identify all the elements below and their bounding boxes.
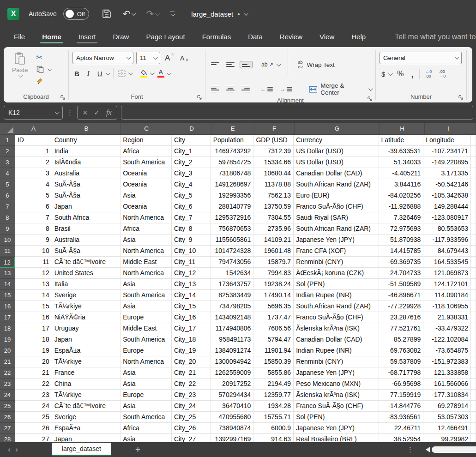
cell[interactable]: Africa: [121, 423, 172, 434]
menu-tab-home[interactable]: Home: [41, 29, 62, 45]
cell[interactable]: 124.172101: [423, 279, 471, 290]
align-center-button[interactable]: [224, 85, 236, 94]
row-header-20[interactable]: 20: [0, 345, 15, 356]
cell[interactable]: 570294434: [211, 390, 254, 401]
cell[interactable]: City_5: [172, 190, 211, 201]
cell[interactable]: 22.46711: [379, 423, 424, 434]
horizontal-scrollbar[interactable]: [426, 446, 476, 453]
cell[interactable]: Franco SuÃ-Ã§o (CHF): [294, 401, 379, 412]
cell[interactable]: 1384091274: [211, 345, 254, 356]
cell[interactable]: City_4: [172, 179, 211, 190]
cell[interactable]: 7: [15, 212, 52, 223]
cell[interactable]: -11.926888: [379, 201, 424, 212]
cell[interactable]: 10680.44: [253, 168, 294, 179]
cell[interactable]: 7304.55: [253, 212, 294, 223]
row-header-1[interactable]: 1: [0, 135, 15, 146]
cell[interactable]: 738940874: [211, 423, 254, 434]
borders-chevron-icon[interactable]: [128, 71, 133, 75]
cell[interactable]: Africa: [121, 223, 172, 235]
cell[interactable]: 7312.39: [253, 146, 294, 157]
cell[interactable]: Saudi Riyal (SAR): [294, 212, 379, 223]
cell[interactable]: 5794.47: [253, 334, 294, 345]
align-left-button[interactable]: [209, 85, 221, 94]
alignment-dialog-launcher[interactable]: [367, 96, 373, 102]
cell[interactable]: 77.159919: [379, 390, 424, 401]
cell[interactable]: 734798205: [211, 301, 254, 312]
cell[interactable]: 121.333858: [423, 367, 471, 379]
cell[interactable]: 21: [15, 367, 52, 379]
paste-button[interactable]: Paste: [7, 51, 33, 90]
row-header-12[interactable]: 12: [0, 257, 15, 268]
cell[interactable]: 114.090184: [423, 290, 471, 301]
cell[interactable]: -105.342638: [423, 190, 471, 201]
cell[interactable]: Uruguay: [52, 323, 121, 334]
cell[interactable]: Indian Rupee (INR): [294, 345, 379, 356]
cell[interactable]: -51.509589: [379, 279, 424, 290]
cell[interactable]: 3.171335: [423, 168, 471, 179]
row-header-19[interactable]: 19: [0, 334, 15, 345]
cell[interactable]: 72.975693: [379, 223, 424, 235]
cell[interactable]: 914.63: [253, 434, 294, 442]
cell[interactable]: City_9: [172, 235, 211, 246]
cell[interactable]: South America: [121, 334, 172, 345]
cell[interactable]: 7562.13: [253, 190, 294, 201]
cell[interactable]: City_7: [172, 212, 211, 223]
cell[interactable]: EspaÃ±a: [52, 423, 121, 434]
cell[interactable]: Asia: [121, 235, 172, 246]
middle-align-button[interactable]: [224, 61, 236, 68]
cell[interactable]: Franco SuÃ-Ã§o (CHF): [294, 201, 379, 212]
cell[interactable]: GDP (USD: [253, 135, 294, 146]
cell[interactable]: -149.220895: [423, 157, 471, 168]
cell[interactable]: 24: [15, 401, 52, 412]
bold-button[interactable]: B: [72, 69, 81, 78]
cell[interactable]: 192993356: [211, 190, 254, 201]
sheet-tab-active[interactable]: large_dataset: [52, 443, 111, 456]
increase-indent-button[interactable]: →: [278, 85, 294, 93]
cell[interactable]: 5855.86: [253, 367, 294, 379]
cell[interactable]: 19: [15, 345, 52, 356]
cell[interactable]: Sol (PEN): [294, 412, 379, 423]
cell[interactable]: City_12: [172, 268, 211, 279]
column-header-d[interactable]: D: [172, 123, 211, 135]
add-sheet-button[interactable]: +: [135, 445, 141, 455]
cell[interactable]: 15879.7: [253, 257, 294, 268]
tab-bar-kebab-icon[interactable]: ⋮: [407, 445, 414, 454]
row-header-3[interactable]: 3: [0, 157, 15, 168]
cell[interactable]: City_6: [172, 201, 211, 212]
cell[interactable]: 731806748: [211, 168, 254, 179]
fill-color-button[interactable]: [140, 70, 148, 78]
cell[interactable]: Sverige: [52, 412, 121, 423]
cell[interactable]: 173643757: [211, 279, 254, 290]
row-header-27[interactable]: 27: [0, 423, 15, 434]
cell[interactable]: 1295372916: [211, 212, 254, 223]
cell[interactable]: -50.542146: [423, 179, 471, 190]
cell[interactable]: United States: [52, 268, 121, 279]
bottom-align-button[interactable]: [240, 61, 253, 68]
cell[interactable]: Australia: [52, 168, 121, 179]
scroll-left-icon[interactable]: [426, 447, 430, 452]
row-header-14[interactable]: 14: [0, 279, 15, 290]
cell[interactable]: Renminbi (CNY): [294, 257, 379, 268]
cell[interactable]: 51.870938: [379, 235, 424, 246]
redo-button[interactable]: ↷: [144, 7, 161, 20]
cell[interactable]: -39.633531: [379, 146, 424, 157]
cell[interactable]: 1014724328: [211, 246, 254, 257]
cell[interactable]: Italia: [52, 279, 121, 290]
cell[interactable]: NiÄŸÃ©ria: [52, 312, 121, 323]
cell[interactable]: TÃ¼rkiye: [52, 390, 121, 401]
menu-tab-data[interactable]: Data: [247, 29, 264, 45]
row-header-26[interactable]: 26: [0, 412, 15, 423]
number-dialog-launcher[interactable]: [458, 95, 464, 100]
row-header-17[interactable]: 17: [0, 312, 15, 323]
cell[interactable]: Real Brasileiro (BRL): [294, 434, 379, 442]
cell[interactable]: City_1: [172, 146, 211, 157]
cell[interactable]: North America: [121, 356, 172, 367]
cell[interactable]: 164.533545: [423, 257, 471, 268]
row-header-13[interactable]: 13: [0, 268, 15, 279]
cell[interactable]: City_27: [172, 434, 211, 442]
cell[interactable]: 12.466491: [423, 423, 471, 434]
cell[interactable]: China: [52, 379, 121, 390]
copy-chevron-icon[interactable]: [47, 66, 52, 71]
paste-chevron-icon[interactable]: [18, 73, 23, 78]
cell[interactable]: 825383449: [211, 290, 254, 301]
